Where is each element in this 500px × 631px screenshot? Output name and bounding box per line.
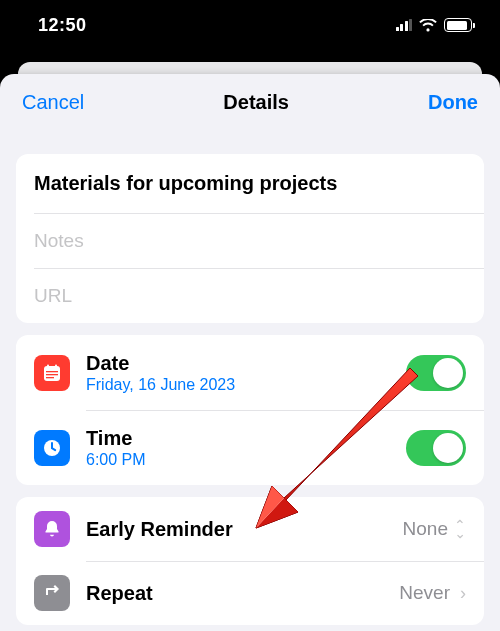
repeat-icon [34, 575, 70, 611]
date-toggle[interactable] [406, 355, 466, 391]
cellular-signal-icon [396, 19, 413, 31]
details-sheet: Cancel Details Done Materials for upcomi… [0, 74, 500, 631]
notes-field[interactable]: Notes [16, 213, 484, 268]
repeat-value: Never [399, 582, 450, 604]
svg-rect-4 [47, 364, 49, 368]
nav-bar: Cancel Details Done [0, 74, 500, 130]
svg-rect-2 [46, 374, 58, 375]
updown-icon: ⌃⌃ [454, 521, 466, 537]
battery-icon [444, 18, 472, 32]
early-reminder-label: Early Reminder [86, 517, 403, 541]
bell-icon [34, 511, 70, 547]
clock-icon [34, 430, 70, 466]
svg-rect-3 [46, 377, 54, 378]
time-value: 6:00 PM [86, 451, 406, 469]
title-group: Materials for upcoming projects Notes UR… [16, 154, 484, 323]
status-icons [396, 18, 473, 32]
done-button[interactable]: Done [428, 91, 478, 114]
calendar-icon [34, 355, 70, 391]
chevron-right-icon: › [460, 583, 466, 604]
early-reminder-row[interactable]: Early Reminder None ⌃⌃ [16, 497, 484, 561]
url-field[interactable]: URL [16, 268, 484, 323]
early-reminder-value: None [403, 518, 448, 540]
title-field[interactable]: Materials for upcoming projects [16, 154, 484, 213]
time-label: Time [86, 426, 406, 450]
url-placeholder: URL [34, 285, 72, 307]
cancel-button[interactable]: Cancel [22, 91, 84, 114]
page-title: Details [223, 91, 289, 114]
notes-placeholder: Notes [34, 230, 84, 252]
repeat-label: Repeat [86, 581, 399, 605]
status-time: 12:50 [38, 15, 87, 36]
title-text: Materials for upcoming projects [34, 154, 337, 213]
date-value: Friday, 16 June 2023 [86, 376, 406, 394]
time-row[interactable]: Time 6:00 PM [16, 410, 484, 485]
status-bar: 12:50 [0, 0, 500, 50]
wifi-icon [419, 19, 437, 32]
time-toggle[interactable] [406, 430, 466, 466]
repeat-row[interactable]: Repeat Never › [16, 561, 484, 625]
reminder-group: Early Reminder None ⌃⌃ Repeat Never › [16, 497, 484, 625]
svg-rect-5 [55, 364, 57, 368]
svg-rect-0 [44, 366, 60, 381]
date-label: Date [86, 351, 406, 375]
date-row[interactable]: Date Friday, 16 June 2023 [16, 335, 484, 410]
date-time-group: Date Friday, 16 June 2023 Time 6:00 PM [16, 335, 484, 485]
svg-rect-1 [46, 371, 58, 372]
